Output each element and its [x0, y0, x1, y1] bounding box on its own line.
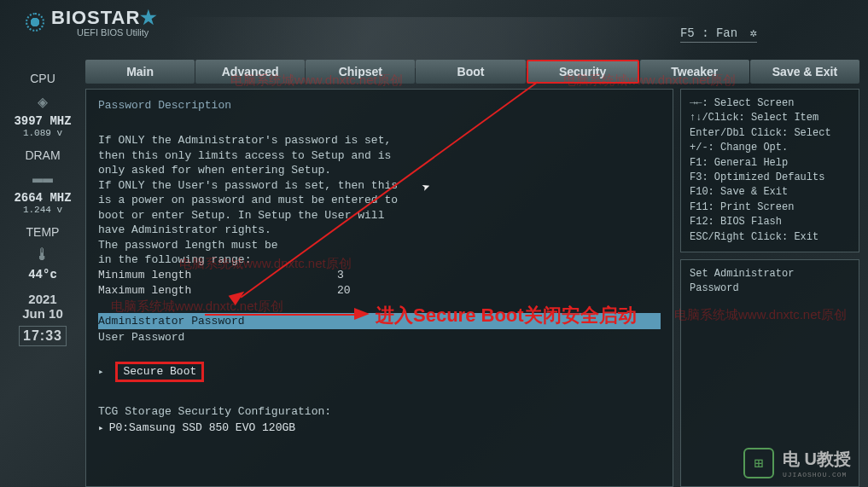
tab-tweaker[interactable]: Tweaker: [640, 60, 749, 84]
menu-user-password[interactable]: User Password: [98, 329, 661, 346]
cpu-icon: ◈: [5, 89, 80, 114]
temp-title: TEMP: [5, 225, 80, 239]
min-length-value: 3: [337, 268, 661, 283]
secure-boot-label: Secure Boot: [115, 362, 204, 382]
tab-security[interactable]: Security: [527, 60, 639, 84]
tab-chipset[interactable]: Chipset: [306, 60, 415, 84]
min-length-label: Minimum length: [98, 268, 337, 283]
help-line: →←: Select Screen: [690, 96, 850, 111]
help-line: Enter/Dbl Click: Select: [690, 126, 850, 141]
logo-text: 电 U教授: [783, 449, 851, 468]
menu-admin-password[interactable]: Administrator Password: [98, 313, 661, 330]
left-status-rail: CPU ◈ 3997 MHZ 1.089 v DRAM ▬▬ 2664 MHZ …: [0, 60, 85, 487]
tab-bar: Main Advanced Chipset Boot Security Twea…: [85, 60, 859, 84]
dram-freq: 2664 MHZ: [5, 191, 80, 205]
password-description-title: Password Description: [98, 98, 661, 113]
bottom-logo: ⊞ 电 U教授 UJIAOSHOU.COM: [743, 448, 851, 478]
fan-icon: ✲: [750, 26, 757, 40]
info-line: Password: [690, 281, 850, 296]
temp-status: TEMP 🌡 44°c: [5, 225, 80, 281]
dram-icon: ▬▬: [5, 165, 80, 191]
security-content-panel: Password Description If ONLY the Adminis…: [85, 89, 673, 487]
tab-advanced[interactable]: Advanced: [195, 60, 305, 84]
tab-boot[interactable]: Boot: [416, 60, 525, 84]
dram-voltage: 1.244 v: [5, 205, 80, 215]
gear-icon: [26, 13, 44, 32]
help-line: F11: Print Screen: [690, 200, 850, 215]
temp-value: 44°c: [5, 268, 80, 281]
dram-status: DRAM ▬▬ 2664 MHZ 1.244 v: [5, 148, 80, 215]
date-year: 2021: [5, 292, 80, 306]
brand-name: BIOSTAR★: [51, 7, 158, 29]
tab-main[interactable]: Main: [85, 60, 195, 84]
tab-save-exit[interactable]: Save & Exit: [750, 60, 859, 84]
password-description-text: If ONLY the Administrator's password is …: [98, 133, 661, 268]
menu-storage-device[interactable]: P0:Samsung SSD 850 EVO 120GB: [98, 420, 661, 437]
thermometer-icon: 🌡: [5, 242, 80, 268]
cpu-freq: 3997 MHZ: [5, 114, 80, 128]
key-help-panel: →←: Select Screen ↑↓/Click: Select Item …: [680, 89, 859, 252]
date-month-day: Jun 10: [5, 306, 80, 321]
cpu-voltage: 1.089 v: [5, 128, 80, 138]
help-line: +/-: Change Opt.: [690, 141, 850, 155]
logo-subtext: UJIAOSHOU.COM: [783, 471, 851, 478]
cpu-title: CPU: [5, 72, 80, 85]
help-line: ↑↓/Click: Select Item: [690, 111, 850, 125]
cpu-status: CPU ◈ 3997 MHZ 1.089 v: [5, 72, 80, 138]
menu-secure-boot[interactable]: Secure Boot: [98, 361, 661, 383]
max-length-value: 20: [337, 283, 661, 299]
max-length-label: Maximum length: [98, 283, 337, 299]
help-line: F1: General Help: [690, 156, 850, 171]
dram-title: DRAM: [5, 148, 80, 162]
header: BIOSTAR★ UEFI BIOS Utility F5 : Fan ✲: [0, 0, 868, 60]
help-line: ESC/Right Click: Exit: [690, 230, 850, 245]
datetime-block: 2021 Jun 10 17:33: [5, 292, 80, 346]
time-value: 17:33: [19, 326, 67, 346]
fan-shortcut[interactable]: F5 : Fan ✲: [680, 26, 757, 43]
help-line: F3: Optimized Defaults: [690, 171, 850, 185]
help-line: F10: Save & Exit: [690, 185, 850, 200]
brand-subtitle: UEFI BIOS Utility: [77, 27, 158, 38]
logo-badge-icon: ⊞: [743, 448, 774, 478]
help-line: F12: BIOS Flash: [690, 215, 850, 229]
info-line: Set Administrator: [690, 267, 850, 281]
tcg-label: TCG Storage Security Configuration:: [98, 404, 661, 420]
